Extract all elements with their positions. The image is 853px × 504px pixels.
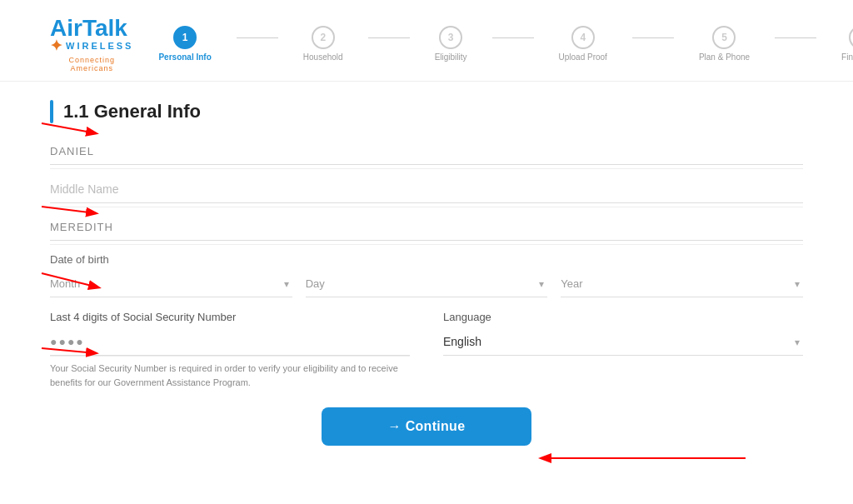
step-circle-4: 4 [571,26,595,49]
ssn-label: Last 4 digits of Social Security Number [50,311,410,323]
ssn-note: Your Social Security Number is required … [50,362,410,389]
header: AirTalk ✦ WIRELESS Connecting Americans … [0,0,853,82]
language-column: Language English Spanish French Other ▾ [443,304,803,389]
last-name-field [50,214,803,241]
dob-month-wrap: Month JanuaryFebruaryMarch AprilMayJune … [50,271,292,297]
step-circle-6: 6 [849,26,853,49]
step-circle-2: 2 [312,26,335,49]
logo: AirTalk ✦ WIRELESS Connecting Americans [50,15,133,72]
section-title-text: 1.1 General Info [63,101,201,122]
step-5: 5 Plan & Phone [699,26,750,62]
dob-row: Month JanuaryFebruaryMarch AprilMayJune … [50,271,803,297]
step-label-2: Household [303,52,343,62]
dob-year-wrap: Year ▾ [561,271,803,297]
step-label-6: Final Step [841,52,853,62]
middle-name-field [50,176,803,203]
logo-wireless: WIRELESS [66,41,133,51]
last-name-input[interactable] [50,214,803,241]
title-bar-decoration [50,100,53,123]
ssn-input[interactable] [50,328,410,356]
logo-tagline: Connecting Americans [50,56,133,72]
dob-day-select[interactable]: Day [306,271,548,297]
first-name-field [50,138,803,165]
middle-name-input[interactable] [50,176,803,203]
step-3: 3 Eligibility [435,26,467,62]
step-label-5: Plan & Phone [699,52,750,62]
language-select[interactable]: English Spanish French Other [443,328,803,356]
language-label: Language [443,311,803,323]
divider-1 [50,168,803,169]
ssn-column: Last 4 digits of Social Security Number … [50,304,410,389]
step-label-3: Eligibility [435,52,467,62]
step-1: 1 Personal Info [158,26,211,62]
progress-steps: 1 Personal Info 2 Household 3 Eligibilit… [133,26,853,62]
step-circle-5: 5 [712,26,736,49]
dob-label: Date of birth [50,253,803,266]
step-circle-3: 3 [439,26,462,49]
continue-button-label: → Continue [388,419,466,434]
ssn-divider [50,356,410,357]
language-select-wrap: English Spanish French Other ▾ [443,328,803,356]
step-label-4: Upload Proof [559,52,607,62]
dob-year-select[interactable]: Year [561,271,803,297]
dob-month-select[interactable]: Month JanuaryFebruaryMarch AprilMayJune … [50,271,292,297]
step-6: 6 Final Step [841,26,853,62]
dob-section: Date of birth Month JanuaryFebruaryMarch… [50,253,803,297]
step-4: 4 Upload Proof [559,26,607,62]
first-name-input[interactable] [50,138,803,165]
step-circle-1: 1 [173,26,197,49]
divider-3 [50,244,803,245]
step-2: 2 Household [303,26,343,62]
main-content: 1.1 General Info Date of birth Month Jan… [0,82,853,454]
continue-row: → Continue [50,407,803,446]
continue-button[interactable]: → Continue [322,407,532,446]
section-title: 1.1 General Info [50,100,803,123]
ssn-language-row: Last 4 digits of Social Security Number … [50,304,803,389]
divider-2 [50,207,803,207]
dob-day-wrap: Day ▾ [306,271,548,297]
step-label-1: Personal Info [158,52,211,62]
